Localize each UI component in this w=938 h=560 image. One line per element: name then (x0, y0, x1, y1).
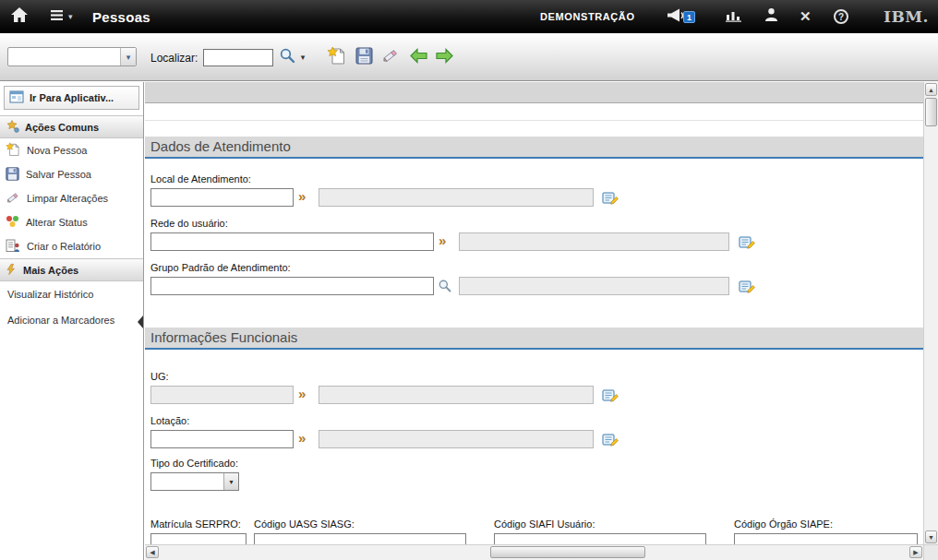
scroll-up-button[interactable]: ▲ (925, 83, 937, 96)
help-button[interactable]: ? (834, 0, 848, 33)
notification-badge: 1 (683, 11, 695, 23)
sidebar-item-label: Limpar Alterações (27, 193, 108, 204)
application-window: ▾ Pessoas DEMONSTRAÇÃO 1 ✕ ? IBM. ▾ Loc (0, 0, 938, 560)
codigo-siafi-usuario-input[interactable] (494, 533, 706, 544)
field-label: Código SIAFI Usuário: (494, 518, 595, 530)
field-label: Código Órgão SIAPE: (734, 518, 833, 530)
find-input[interactable] (203, 49, 273, 66)
chevron-down-icon: ▾ (68, 12, 73, 21)
horizontal-scrollbar-thumb[interactable] (490, 546, 645, 558)
local-atendimento-description (319, 188, 594, 207)
home-icon (10, 6, 29, 27)
environment-label: DEMONSTRAÇÃO (540, 0, 635, 33)
long-description-icon[interactable] (601, 387, 619, 403)
new-record-button[interactable] (324, 45, 348, 69)
status-dots-icon (6, 215, 19, 230)
record-toolbar: ▾ Localizar: ▾ (0, 33, 938, 81)
chevron-down-icon[interactable]: ▾ (120, 48, 136, 66)
go-to-label: Ir Para Aplicativ... (30, 92, 114, 103)
more-actions-title: Mais Ações (23, 265, 78, 276)
long-description-icon[interactable] (601, 189, 619, 206)
grupo-padrao-input[interactable] (150, 277, 434, 295)
app-menu-button[interactable]: ▾ (50, 0, 73, 33)
next-record-button[interactable] (432, 45, 456, 69)
codigo-orgao-siape-input[interactable] (734, 533, 918, 544)
vertical-scrollbar[interactable]: ▲ ▼ (923, 82, 938, 544)
chevron-down-icon: ▾ (301, 53, 306, 62)
section-title: Dados de Atendimento (150, 138, 291, 154)
save-button[interactable] (352, 45, 376, 69)
go-to-applications-button[interactable]: Ir Para Aplicativ... (4, 86, 139, 110)
search-icon (279, 47, 296, 68)
save-icon (355, 47, 373, 68)
sidebar-item-alterar-status[interactable]: Alterar Status (0, 210, 143, 234)
scroll-right-button[interactable]: ▶ (909, 546, 922, 558)
app-switcher-combobox[interactable]: ▾ (7, 47, 137, 66)
field-row-grupo-padrao (145, 277, 923, 296)
field-label: Matrícula SERPRO: (150, 518, 241, 530)
sidebar-item-criar-relatorio[interactable]: Criar o Relatório (0, 234, 143, 258)
sidebar-item-adicionar-marcadores[interactable]: Adicionar a Marcadores (0, 307, 143, 333)
clear-changes-button[interactable] (379, 45, 403, 69)
sidebar-item-salvar-pessoa[interactable]: Salvar Pessoa (0, 162, 143, 186)
close-icon: ✕ (800, 8, 812, 25)
sidebar-collapse-handle[interactable] (138, 316, 143, 328)
sidebar-item-label: Nova Pessoa (27, 145, 87, 156)
reports-button[interactable] (726, 0, 741, 33)
field-row-ug: » (145, 386, 923, 405)
bar-chart-icon (726, 8, 741, 26)
matricula-serpro-input[interactable] (150, 533, 247, 544)
more-actions-header: Mais Ações (0, 258, 143, 281)
announcements-button[interactable]: 1 (667, 0, 687, 33)
field-label: Tipo do Certificado: (150, 458, 238, 470)
field-label: UG: (150, 371, 169, 383)
scroll-down-button[interactable]: ▼ (925, 530, 937, 543)
more-actions-icon (5, 263, 18, 278)
arrow-left-icon (409, 47, 428, 68)
rede-usuario-input[interactable] (150, 232, 434, 251)
local-atendimento-input[interactable] (150, 188, 294, 207)
codigo-uasg-siasg-input[interactable] (254, 533, 466, 544)
common-actions-icon (5, 120, 19, 135)
lotacao-input[interactable] (150, 430, 294, 448)
content-top-band (145, 82, 923, 103)
section-header-informacoes-funcionais: Informações Funcionais (145, 328, 923, 350)
eraser-icon (381, 46, 400, 68)
new-record-icon (327, 46, 346, 69)
field-row-rede-usuario: » (145, 232, 923, 252)
long-description-icon[interactable] (601, 431, 619, 447)
logout-button[interactable]: ✕ (800, 0, 812, 33)
scroll-left-button[interactable]: ◀ (146, 546, 159, 558)
section-header-dados-atendimento: Dados de Atendimento (145, 137, 923, 159)
section-title: Informações Funcionais (150, 329, 297, 345)
common-actions-title: Ações Comuns (25, 122, 99, 133)
grupo-padrao-description (459, 277, 729, 295)
field-label: Código UASG SIASG: (254, 518, 355, 530)
sidebar-item-limpar-alteracoes[interactable]: Limpar Alterações (0, 186, 143, 210)
ug-input (150, 386, 294, 404)
save-icon (6, 167, 19, 183)
detail-menu-icon[interactable]: » (298, 430, 305, 448)
field-label: Local de Atendimento: (150, 173, 251, 185)
detail-menu-icon[interactable]: » (298, 386, 305, 404)
vertical-scrollbar-thumb[interactable] (925, 98, 937, 126)
list-menu-icon (50, 8, 66, 26)
detail-menu-icon[interactable]: » (439, 232, 445, 251)
field-row-local-atendimento: » (145, 188, 923, 208)
ug-description (319, 386, 594, 404)
horizontal-scrollbar[interactable]: ◀ ▶ (145, 544, 923, 560)
search-options-caret[interactable]: ▾ (296, 45, 309, 69)
long-description-icon[interactable] (738, 233, 755, 250)
home-button[interactable] (10, 0, 29, 33)
select-value-icon[interactable] (436, 278, 453, 294)
detail-menu-icon[interactable]: » (298, 188, 305, 207)
sidebar-item-nova-pessoa[interactable]: Nova Pessoa (0, 138, 143, 162)
field-row-bottom (145, 533, 923, 544)
sidebar-item-visualizar-historico[interactable]: Visualizar Histórico (0, 281, 143, 307)
long-description-icon[interactable] (738, 278, 755, 294)
profile-button[interactable] (764, 0, 778, 33)
previous-record-button[interactable] (406, 45, 430, 69)
tipo-certificado-select[interactable]: ▾ (150, 472, 239, 491)
field-row-lotacao: » (145, 430, 923, 449)
common-actions-header: Ações Comuns (0, 115, 143, 138)
